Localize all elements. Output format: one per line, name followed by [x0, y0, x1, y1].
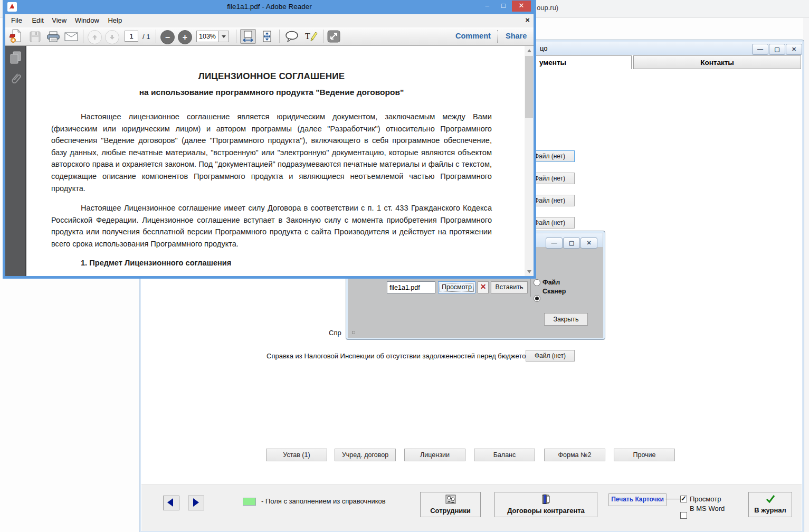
adobe-maximize-button[interactable]: □: [497, 1, 510, 12]
next-page-button[interactable]: [105, 30, 119, 44]
page-count-label: / 1: [142, 33, 150, 41]
fit-width-button[interactable]: [240, 29, 256, 44]
close-document-icon[interactable]: ✕: [525, 17, 530, 24]
preview-checkbox[interactable]: [680, 496, 687, 502]
menu-help[interactable]: Help: [108, 16, 122, 24]
print-card-button[interactable]: Печать Карточки: [608, 493, 667, 506]
category-button-uchred[interactable]: Учред. договор: [335, 449, 396, 461]
comment-panel-button[interactable]: Comment: [455, 32, 491, 40]
legend-label: - Поля с заполнением из справочников: [261, 497, 386, 505]
delete-file-button[interactable]: ✕: [478, 281, 489, 293]
highlight-tool-button[interactable]: T: [303, 29, 319, 44]
category-button-form2[interactable]: Форма №2: [544, 449, 605, 461]
adobe-minimize-button[interactable]: –: [480, 1, 494, 12]
filename-input[interactable]: [387, 281, 435, 293]
adobe-navigation-sidebar: [5, 46, 26, 276]
previous-page-button[interactable]: [88, 30, 102, 44]
adobe-menubar: File Edit View Window Help ✕: [5, 14, 534, 28]
dialog-close-action-button[interactable]: Закрыть: [544, 313, 588, 326]
scroll-down-button[interactable]: [525, 267, 534, 276]
radio-scanner-label: Сканер: [542, 288, 566, 295]
dialog-minimize-button[interactable]: —: [546, 238, 563, 249]
card-minimize-button[interactable]: —: [752, 44, 768, 55]
triangle-down-icon: [527, 270, 531, 273]
save-button[interactable]: [30, 31, 41, 42]
next-record-button[interactable]: [188, 496, 204, 510]
msword-checkbox-label: В MS Word: [690, 505, 725, 512]
adobe-window-title: file1a1.pdf - Adobe Reader: [3, 3, 536, 11]
adobe-toolbar: / 1 − + 103%: [5, 27, 534, 46]
menu-file[interactable]: File: [11, 16, 22, 24]
fit-page-icon: [262, 30, 272, 43]
fullscreen-button[interactable]: [327, 30, 340, 43]
page-number-input[interactable]: [125, 31, 138, 42]
open-file-icon: [9, 29, 22, 43]
view-file-button[interactable]: Просмотр: [438, 281, 475, 293]
attachments-paperclip-icon[interactable]: [9, 71, 22, 87]
category-button-balance[interactable]: Баланс: [474, 449, 535, 461]
comment-tool-button[interactable]: [284, 29, 300, 44]
svg-text:T: T: [305, 32, 310, 41]
card-maximize-button[interactable]: ▢: [769, 44, 785, 55]
adobe-client-area: File Edit View Window Help ✕: [5, 14, 534, 276]
pdf-page: ЛИЦЕНЗИОННОЕ СОГЛАШЕНИЕ на использование…: [26, 46, 525, 276]
scrollbar-thumb[interactable]: [525, 56, 533, 118]
menu-view[interactable]: View: [52, 16, 66, 24]
contractor-contracts-button[interactable]: Договоры контрагента: [494, 492, 597, 517]
vertical-scrollbar: [525, 46, 534, 276]
zoom-in-button[interactable]: +: [178, 30, 192, 44]
print-button[interactable]: [47, 31, 60, 42]
adobe-close-button[interactable]: ✕: [512, 1, 531, 12]
tax-certificate-file-button[interactable]: Файл (нет): [526, 350, 575, 362]
arrow-down-icon: [109, 34, 115, 40]
save-icon: [30, 31, 41, 42]
category-button-licenses[interactable]: Лицензии: [404, 449, 465, 461]
insert-file-button[interactable]: Вставить: [491, 281, 528, 293]
dialog-maximize-button[interactable]: ▢: [563, 238, 580, 249]
screen: oup.ru) цо — ▢ ✕ ументы Контакты Файл (н…: [0, 0, 809, 532]
msword-checkbox[interactable]: [680, 512, 687, 519]
clipped-row-label-fragment: Спр: [329, 329, 341, 337]
dialog-close-button[interactable]: ✕: [580, 238, 597, 249]
arrow-left-icon: [167, 498, 173, 507]
journal-button-label: В журнал: [749, 506, 792, 514]
radio-scanner[interactable]: [534, 295, 540, 302]
toolbar-separator: [236, 30, 236, 43]
category-button-ustav[interactable]: Устав (1): [266, 449, 327, 461]
triangle-up-icon: [527, 49, 531, 52]
card-close-button[interactable]: ✕: [786, 44, 802, 55]
zoom-dropdown-button[interactable]: [218, 31, 229, 42]
tab-contacts-label: Контакты: [700, 59, 734, 66]
employees-icon: [445, 495, 456, 504]
toolbar-dotted-separator: [497, 30, 498, 43]
pdf-document-text: ЛИЦЕНЗИОННОЕ СОГЛАШЕНИЕ на использование…: [26, 46, 525, 267]
radio-file[interactable]: [534, 279, 540, 286]
menu-window[interactable]: Window: [75, 16, 99, 24]
pdf-paragraph-1: Настоящее лицензионное соглашение являет…: [51, 111, 492, 194]
tab-documents-label-fragment: ументы: [539, 59, 566, 66]
arrow-up-icon: [92, 34, 98, 40]
category-button-other[interactable]: Прочие: [614, 449, 675, 461]
email-button[interactable]: [64, 32, 78, 41]
zoom-out-button[interactable]: −: [160, 30, 175, 44]
check-icon: [765, 494, 776, 504]
email-icon: [64, 32, 78, 41]
fit-page-button[interactable]: [259, 29, 275, 44]
tab-contacts[interactable]: Контакты: [633, 55, 801, 69]
page-thumbnails-icon[interactable]: [10, 51, 22, 65]
employees-button[interactable]: Сотрудники: [420, 492, 481, 517]
employees-button-label: Сотрудники: [421, 507, 480, 515]
resize-grip[interactable]: [352, 331, 355, 334]
journal-button[interactable]: В журнал: [748, 492, 792, 517]
scroll-up-button[interactable]: [525, 46, 534, 55]
share-panel-button[interactable]: Share: [506, 32, 527, 40]
open-file-button[interactable]: [9, 29, 22, 43]
pdf-subtitle: на использование программного продукта "…: [51, 88, 492, 97]
zoom-level-value[interactable]: 103%: [196, 31, 218, 42]
preview-checkbox-label: Просмотр: [690, 495, 721, 503]
connector-line: [665, 499, 680, 499]
menu-edit[interactable]: Edit: [32, 16, 43, 24]
radio-file-label: Файл: [542, 279, 560, 286]
prev-record-button[interactable]: [163, 496, 179, 510]
adobe-reader-window: file1a1.pdf - Adobe Reader – □ ✕ File Ed…: [3, 0, 536, 279]
